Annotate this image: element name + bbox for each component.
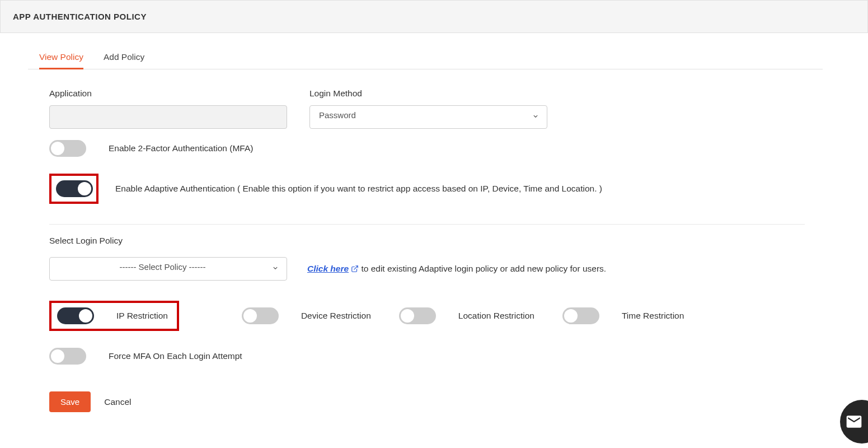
location-restriction-toggle[interactable] — [399, 307, 436, 324]
adaptive-highlight — [49, 174, 98, 204]
application-label: Application — [49, 88, 287, 99]
edit-policy-link[interactable]: Click here — [307, 264, 359, 274]
external-link-icon — [351, 265, 359, 273]
tabs-bar: View Policy Add Policy — [28, 44, 823, 69]
cancel-button[interactable]: Cancel — [104, 397, 131, 407]
ip-restriction-toggle[interactable] — [57, 307, 94, 324]
login-policy-select[interactable]: ------ Select Policy ------ — [49, 257, 287, 281]
login-method-label: Login Method — [309, 88, 547, 99]
svg-line-0 — [354, 266, 358, 269]
page-title: APP AUTHENTICATION POLICY — [0, 0, 868, 33]
time-restriction-toggle[interactable] — [562, 307, 599, 324]
mfa-toggle[interactable] — [49, 140, 86, 157]
time-restriction-label: Time Restriction — [622, 311, 684, 321]
mail-icon — [845, 413, 863, 431]
policy-hint: Click here to edit existing Adaptive log… — [307, 264, 606, 274]
ip-restriction-label: IP Restriction — [116, 311, 168, 321]
mfa-toggle-label: Enable 2-Factor Authentication (MFA) — [109, 143, 253, 153]
ip-restriction-highlight: IP Restriction — [49, 301, 179, 331]
login-policy-label: Select Login Policy — [49, 236, 823, 246]
tab-add-policy[interactable]: Add Policy — [104, 44, 144, 69]
application-input[interactable] — [49, 105, 287, 129]
force-mfa-label: Force MFA On Each Login Attempt — [109, 351, 242, 361]
adaptive-auth-label: Enable Adaptive Authentication ( Enable … — [115, 184, 602, 194]
policy-hint-text: to edit existing Adaptive login policy o… — [359, 264, 606, 273]
device-restriction-toggle[interactable] — [242, 307, 279, 324]
force-mfa-toggle[interactable] — [49, 348, 86, 365]
tab-view-policy[interactable]: View Policy — [39, 44, 83, 69]
adaptive-auth-toggle[interactable] — [56, 180, 93, 197]
edit-policy-link-text: Click here — [307, 264, 349, 274]
save-button[interactable]: Save — [49, 391, 91, 412]
device-restriction-label: Device Restriction — [301, 311, 371, 321]
location-restriction-label: Location Restriction — [458, 311, 534, 321]
section-divider — [49, 224, 805, 225]
login-method-select[interactable]: Password — [309, 105, 547, 129]
